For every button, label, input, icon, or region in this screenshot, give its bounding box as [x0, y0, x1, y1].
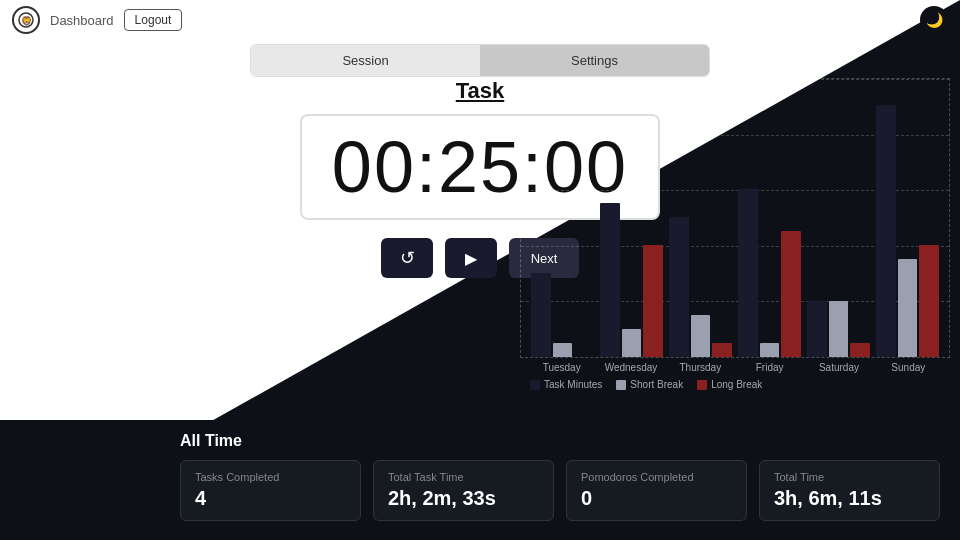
reset-button[interactable]: ↺	[381, 238, 433, 278]
logout-button[interactable]: Logout	[124, 9, 183, 31]
stat-value-tasks-completed: 4	[195, 487, 346, 510]
legend-task-dot	[530, 380, 540, 390]
stat-label-tasks-completed: Tasks Completed	[195, 471, 346, 483]
bar-wednesday-short	[622, 329, 642, 357]
chart-label-thursday: Thursday	[669, 362, 732, 373]
chart-legend: Task Minutes Short Break Long Break	[520, 379, 950, 390]
moon-icon: 🌙	[926, 12, 943, 28]
bar-thursday-short	[691, 315, 711, 357]
bar-wednesday-task	[600, 203, 620, 357]
bar-saturday-short	[829, 301, 849, 357]
bar-friday-short	[760, 343, 780, 357]
bar-group-sunday	[876, 105, 939, 357]
bar-saturday-task	[807, 301, 827, 357]
stat-card-total-time: Total Time 3h, 6m, 11s	[759, 460, 940, 521]
bar-tuesday-short	[553, 343, 573, 357]
bar-group-wednesday	[600, 203, 663, 357]
chart-label-friday: Friday	[738, 362, 801, 373]
tab-session[interactable]: Session	[251, 45, 480, 76]
stats-cards: Tasks Completed 4 Total Task Time 2h, 2m…	[180, 460, 940, 521]
chart-bars	[521, 79, 949, 357]
task-title: Task	[456, 78, 505, 104]
bar-group-tuesday	[531, 273, 594, 357]
stat-card-total-task-time: Total Task Time 2h, 2m, 33s	[373, 460, 554, 521]
stat-label-total-time: Total Time	[774, 471, 925, 483]
legend-short-dot	[616, 380, 626, 390]
bar-thursday-task	[669, 217, 689, 357]
chart-label-wednesday: Wednesday	[599, 362, 662, 373]
legend-short: Short Break	[616, 379, 683, 390]
legend-long-dot	[697, 380, 707, 390]
timer-minutes: 25	[438, 127, 522, 207]
stats-section: All Time Tasks Completed 4 Total Task Ti…	[0, 420, 960, 540]
chart-label-tuesday: Tuesday	[530, 362, 593, 373]
stat-label-total-task-time: Total Task Time	[388, 471, 539, 483]
stat-card-pomodoros: Pomodoros Completed 0	[566, 460, 747, 521]
chart-label-sunday: Sunday	[877, 362, 940, 373]
stat-value-total-time: 3h, 6m, 11s	[774, 487, 925, 510]
stat-label-pomodoros: Pomodoros Completed	[581, 471, 732, 483]
legend-task: Task Minutes	[530, 379, 602, 390]
play-button[interactable]: ▶	[445, 238, 497, 278]
chart-label-saturday: Saturday	[807, 362, 870, 373]
timer-hours: 00	[332, 127, 416, 207]
legend-task-label: Task Minutes	[544, 379, 602, 390]
bar-group-saturday	[807, 301, 870, 357]
nav-logo: 🦁	[12, 6, 40, 34]
dashboard-link[interactable]: Dashboard	[50, 13, 114, 28]
svg-text:🦁: 🦁	[21, 15, 33, 27]
tab-bar: Session Settings	[250, 44, 710, 77]
bar-saturday-long	[850, 343, 870, 357]
chart-container	[520, 78, 950, 358]
legend-long-label: Long Break	[711, 379, 762, 390]
bar-tuesday-task	[531, 273, 551, 357]
theme-toggle[interactable]: 🌙	[920, 6, 948, 34]
legend-long: Long Break	[697, 379, 762, 390]
stats-title: All Time	[180, 432, 940, 450]
play-icon: ▶	[465, 249, 477, 268]
stat-value-pomodoros: 0	[581, 487, 732, 510]
navbar: 🦁 Dashboard Logout 🌙	[0, 0, 960, 40]
bar-group-friday	[738, 189, 801, 357]
chart-labels: Tuesday Wednesday Thursday Friday Saturd…	[520, 362, 950, 373]
timer-colon1: :	[416, 127, 438, 207]
tab-settings[interactable]: Settings	[480, 45, 709, 76]
bar-friday-long	[781, 231, 801, 357]
stat-value-total-task-time: 2h, 2m, 33s	[388, 487, 539, 510]
bar-wednesday-long	[643, 245, 663, 357]
stat-card-tasks-completed: Tasks Completed 4	[180, 460, 361, 521]
chart-panel: Tuesday Wednesday Thursday Friday Saturd…	[520, 78, 950, 418]
bar-group-thursday	[669, 217, 732, 357]
legend-short-label: Short Break	[630, 379, 683, 390]
bar-friday-task	[738, 189, 758, 357]
bar-sunday-short	[898, 259, 918, 357]
bar-sunday-long	[919, 245, 939, 357]
bar-sunday-task	[876, 105, 896, 357]
bar-thursday-long	[712, 343, 732, 357]
reset-icon: ↺	[400, 247, 415, 269]
